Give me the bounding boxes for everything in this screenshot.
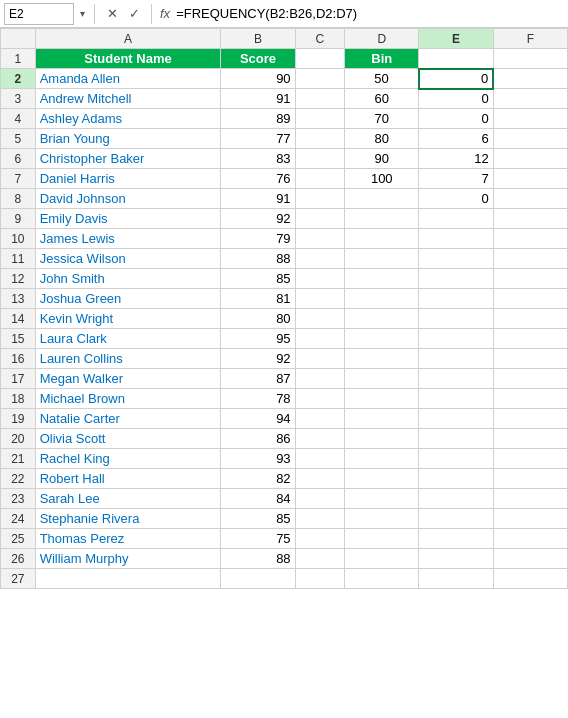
cell-e14[interactable]	[419, 309, 493, 329]
col-header-b[interactable]: B	[221, 29, 295, 49]
cell-b12[interactable]: 85	[221, 269, 295, 289]
cell-d8[interactable]	[345, 189, 419, 209]
cell-d14[interactable]	[345, 309, 419, 329]
cell-b24[interactable]: 85	[221, 509, 295, 529]
cell-d16[interactable]	[345, 349, 419, 369]
cell-a21[interactable]: Rachel King	[35, 449, 221, 469]
cell-f23[interactable]	[493, 489, 567, 509]
cell-e15[interactable]	[419, 329, 493, 349]
cell-b11[interactable]: 88	[221, 249, 295, 269]
cell-c23[interactable]	[295, 489, 345, 509]
cell-a24[interactable]: Stephanie Rivera	[35, 509, 221, 529]
cell-b21[interactable]: 93	[221, 449, 295, 469]
cell-c3[interactable]	[295, 89, 345, 109]
cell-d4[interactable]: 70	[345, 109, 419, 129]
confirm-icon[interactable]: ✓	[125, 5, 143, 23]
cell-e20[interactable]	[419, 429, 493, 449]
cell-reference-box[interactable]: E2	[4, 3, 74, 25]
cell-a26[interactable]: William Murphy	[35, 549, 221, 569]
cell-a19[interactable]: Natalie Carter	[35, 409, 221, 429]
cell-d2[interactable]: 50	[345, 69, 419, 89]
cell-f14[interactable]	[493, 309, 567, 329]
cell-d24[interactable]	[345, 509, 419, 529]
cell-d3[interactable]: 60	[345, 89, 419, 109]
cell-f6[interactable]	[493, 149, 567, 169]
cell-e6[interactable]: 12	[419, 149, 493, 169]
cell-f15[interactable]	[493, 329, 567, 349]
cell-c9[interactable]	[295, 209, 345, 229]
cell-f19[interactable]	[493, 409, 567, 429]
cell-a15[interactable]: Laura Clark	[35, 329, 221, 349]
cell-e27[interactable]	[419, 569, 493, 589]
col-header-a[interactable]: A	[35, 29, 221, 49]
cell-b26[interactable]: 88	[221, 549, 295, 569]
cell-b14[interactable]: 80	[221, 309, 295, 329]
cell-e21[interactable]	[419, 449, 493, 469]
cell-b4[interactable]: 89	[221, 109, 295, 129]
cell-a16[interactable]: Lauren Collins	[35, 349, 221, 369]
cell-b17[interactable]: 87	[221, 369, 295, 389]
cell-e3[interactable]: 0	[419, 89, 493, 109]
cell-b1[interactable]: Score	[221, 49, 295, 69]
cell-e8[interactable]: 0	[419, 189, 493, 209]
cell-e2[interactable]: 0	[419, 69, 493, 89]
cell-c19[interactable]	[295, 409, 345, 429]
cell-e13[interactable]	[419, 289, 493, 309]
cell-c26[interactable]	[295, 549, 345, 569]
cell-e4[interactable]: 0	[419, 109, 493, 129]
cell-d27[interactable]	[345, 569, 419, 589]
cell-f13[interactable]	[493, 289, 567, 309]
cell-e22[interactable]	[419, 469, 493, 489]
cell-d9[interactable]	[345, 209, 419, 229]
cell-c2[interactable]	[295, 69, 345, 89]
cell-e25[interactable]	[419, 529, 493, 549]
cell-f8[interactable]	[493, 189, 567, 209]
cell-b18[interactable]: 78	[221, 389, 295, 409]
cell-b3[interactable]: 91	[221, 89, 295, 109]
cell-d11[interactable]	[345, 249, 419, 269]
cell-d12[interactable]	[345, 269, 419, 289]
cell-c12[interactable]	[295, 269, 345, 289]
cell-f20[interactable]	[493, 429, 567, 449]
cell-b2[interactable]: 90	[221, 69, 295, 89]
cell-f12[interactable]	[493, 269, 567, 289]
cell-c25[interactable]	[295, 529, 345, 549]
cell-a14[interactable]: Kevin Wright	[35, 309, 221, 329]
cell-ref-dropdown[interactable]: ▾	[74, 3, 90, 25]
cell-d7[interactable]: 100	[345, 169, 419, 189]
cell-c18[interactable]	[295, 389, 345, 409]
cell-b7[interactable]: 76	[221, 169, 295, 189]
cell-f7[interactable]	[493, 169, 567, 189]
cell-b8[interactable]: 91	[221, 189, 295, 209]
cell-c1[interactable]	[295, 49, 345, 69]
cell-c10[interactable]	[295, 229, 345, 249]
cell-e7[interactable]: 7	[419, 169, 493, 189]
cell-c6[interactable]	[295, 149, 345, 169]
cell-c16[interactable]	[295, 349, 345, 369]
cell-c27[interactable]	[295, 569, 345, 589]
cell-b19[interactable]: 94	[221, 409, 295, 429]
cell-b25[interactable]: 75	[221, 529, 295, 549]
cell-a3[interactable]: Andrew Mitchell	[35, 89, 221, 109]
cell-a17[interactable]: Megan Walker	[35, 369, 221, 389]
cell-e5[interactable]: 6	[419, 129, 493, 149]
cell-b9[interactable]: 92	[221, 209, 295, 229]
col-header-f[interactable]: F	[493, 29, 567, 49]
cell-d19[interactable]	[345, 409, 419, 429]
cell-e18[interactable]	[419, 389, 493, 409]
cell-a9[interactable]: Emily Davis	[35, 209, 221, 229]
cell-f27[interactable]	[493, 569, 567, 589]
cell-e9[interactable]	[419, 209, 493, 229]
cell-c17[interactable]	[295, 369, 345, 389]
cell-f2[interactable]	[493, 69, 567, 89]
cell-d21[interactable]	[345, 449, 419, 469]
cell-b13[interactable]: 81	[221, 289, 295, 309]
cell-a1[interactable]: Student Name	[35, 49, 221, 69]
cell-c13[interactable]	[295, 289, 345, 309]
cell-a27[interactable]	[35, 569, 221, 589]
cancel-icon[interactable]: ✕	[103, 5, 121, 23]
cell-c24[interactable]	[295, 509, 345, 529]
cell-f16[interactable]	[493, 349, 567, 369]
cell-b10[interactable]: 79	[221, 229, 295, 249]
cell-f10[interactable]	[493, 229, 567, 249]
